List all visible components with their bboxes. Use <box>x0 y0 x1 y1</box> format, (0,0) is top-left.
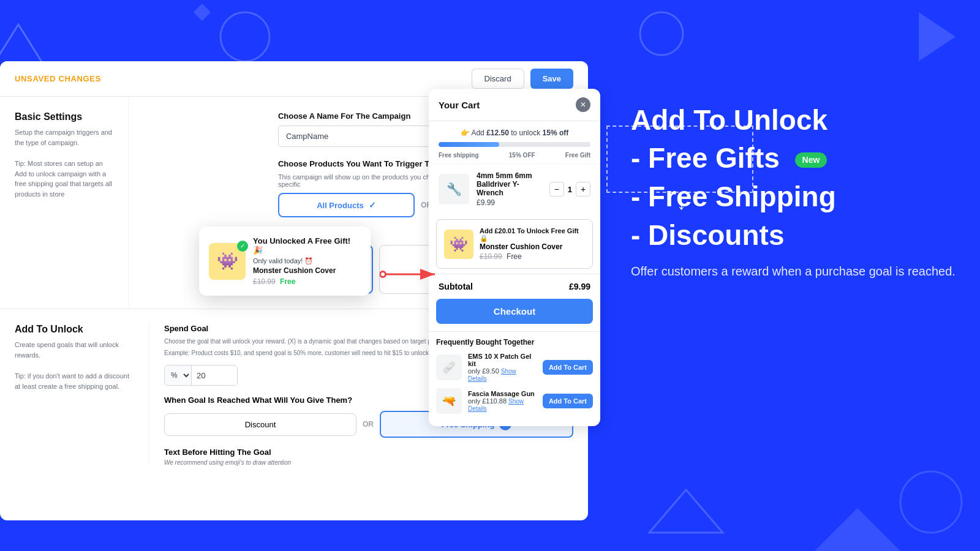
reward-or-divider: OR <box>363 420 374 429</box>
spend-goal-value-input[interactable] <box>192 366 238 385</box>
subtotal-value: £9.99 <box>569 282 590 291</box>
basic-settings-desc: Setup the campaign triggers and the type… <box>15 127 113 148</box>
freq-item-2-info: Fascia Massage Gun only £110.88 Show Det… <box>468 390 537 412</box>
discard-button[interactable]: Discard <box>472 69 524 89</box>
unlock-banner-prices: £10.99 Free <box>480 252 585 261</box>
popup-content: You Unlocked A Free Gift! 🎉 Only valid t… <box>253 236 361 286</box>
progress-labels: Free shipping 15% OFF Free Gift <box>439 152 590 159</box>
popup-free-price: Free <box>280 277 295 286</box>
heading-line4: - Discounts <box>631 219 784 251</box>
cart-progress-percent: 15% off <box>543 129 569 137</box>
text-before-label: Text Before Hitting The Goal <box>164 448 573 457</box>
spend-goal-input-group: % £ <box>164 365 238 386</box>
unlock-banner-text: Add £20.01 To Unlock Free Gift 🔒 <box>480 227 585 242</box>
all-products-label: All Products <box>317 201 364 210</box>
popup-valid: Only valid today! ⏰ <box>253 257 361 265</box>
cart-progress-suffix: to unlock <box>511 129 540 137</box>
qty-value: 1 <box>568 185 572 194</box>
popup-check-overlay: ✓ <box>237 241 248 252</box>
freq-item-1-info: EMS 10 X Patch Gel kit only £9.50 Show D… <box>468 353 537 382</box>
cart-progress-amount: £12.50 <box>486 129 509 137</box>
cart-close-button[interactable]: ✕ <box>576 97 590 112</box>
progress-track <box>439 142 590 147</box>
new-badge: New <box>795 152 827 168</box>
basic-settings-tip: Tip: Most stores can setup an Add to unl… <box>15 159 113 199</box>
text-before-goal-section: Text Before Hitting The Goal We recommen… <box>164 448 573 466</box>
freq-item-1-add-button[interactable]: Add To Cart <box>543 360 593 375</box>
spend-goal-prefix-select[interactable]: % £ <box>165 365 192 385</box>
popup-prices: £10.99 Free <box>253 277 361 286</box>
freq-item-1-img: 🩹 <box>436 354 462 380</box>
popup-title: You Unlocked A Free Gift! 🎉 <box>253 236 361 255</box>
unsaved-changes-label: UNSAVED CHANGES <box>15 74 101 83</box>
frequently-section: Frequently Bought Together 🩹 EMS 10 X Pa… <box>429 331 600 426</box>
cart-title: Your Cart <box>439 100 480 110</box>
freq-item-2-price: only £110.88 Show Details <box>468 397 537 412</box>
unlock-banner-info: Monster Cushion Cover £10.99 Free <box>480 242 585 261</box>
unlock-banner-old-price: £10.99 <box>480 252 502 261</box>
text-before-sublabel: We recommend using emoji's to draw atten… <box>164 459 573 466</box>
freq-item-2-name: Fascia Massage Gun <box>468 390 537 397</box>
popup-gift-img: 👾 ✓ <box>209 243 246 280</box>
cart-item-wrench: 🔧 4mm 5mm 6mm Balldriver Y-Wrench £9.99 … <box>429 163 600 214</box>
freq-item-1-price: only £9.50 Show Details <box>468 367 537 382</box>
freq-item-2: 🔫 Fascia Massage Gun only £110.88 Show D… <box>436 388 593 414</box>
cart-progress-emoji: 👉 <box>461 129 472 137</box>
qty-plus-button[interactable]: + <box>576 182 590 197</box>
dashed-annotation-arrow: ↓ <box>677 193 686 214</box>
cart-item-wrench-img: 🔧 <box>439 174 469 204</box>
unlock-banner-product-name: Monster Cushion Cover <box>480 242 585 251</box>
add-to-unlock-tip: Tip: if you don't want to add a discount… <box>15 371 134 391</box>
red-arrow <box>380 262 441 287</box>
all-products-button[interactable]: All Products ✓ <box>278 193 415 217</box>
unlock-banner: 👾 Add £20.01 To Unlock Free Gift 🔒 Monst… <box>436 219 593 269</box>
frequently-title: Frequently Bought Together <box>436 338 593 347</box>
dashed-annotation-box <box>606 126 753 193</box>
cart-progress-prefix: Add <box>471 129 484 137</box>
cart-progress-text: 👉 Add £12.50 to unlock 15% off <box>439 129 590 137</box>
popup-old-price: £10.99 <box>253 277 276 286</box>
cart-item-wrench-price: £9.99 <box>477 198 542 207</box>
popup-product-name: Monster Cushion Cover <box>253 266 361 275</box>
cart-subtotal: Subtotal £9.99 <box>429 274 600 299</box>
freq-item-1: 🩹 EMS 10 X Patch Gel kit only £9.50 Show… <box>436 353 593 382</box>
checkout-button[interactable]: Checkout <box>436 299 593 324</box>
basic-settings-panel: Basic Settings Setup the campaign trigge… <box>0 97 129 309</box>
milestone-3: Free Gift <box>565 152 590 159</box>
cart-item-wrench-name: 4mm 5mm 6mm Balldriver Y-Wrench <box>477 171 542 197</box>
freq-item-1-name: EMS 10 X Patch Gel kit <box>468 353 537 367</box>
basic-settings-title: Basic Settings <box>15 111 113 122</box>
cart-header: Your Cart ✕ <box>429 89 600 121</box>
freq-item-2-add-button[interactable]: Add To Cart <box>543 394 593 408</box>
header-actions: Discard Save <box>472 69 573 89</box>
subtotal-label: Subtotal <box>439 282 473 291</box>
milestone-2: 15% OFF <box>509 152 535 159</box>
qty-controls: − 1 + <box>549 182 590 197</box>
cart-panel: Your Cart ✕ 👉 Add £12.50 to unlock 15% o… <box>429 89 600 426</box>
all-products-check: ✓ <box>369 200 376 210</box>
add-to-unlock-desc: Create spend goals that will unlock rewa… <box>15 340 134 360</box>
svg-point-11 <box>381 272 385 276</box>
freq-item-1-details[interactable]: Show Details <box>468 368 516 382</box>
cart-progress-container: 👉 Add £12.50 to unlock 15% off Free ship… <box>429 121 600 163</box>
right-panel-desc: Offer customers a reward when a purchase… <box>631 262 956 280</box>
right-panel-line4: - Discounts <box>631 219 956 252</box>
unlock-banner-content: Add £20.01 To Unlock Free Gift 🔒 Monster… <box>480 227 585 261</box>
unlock-banner-free: Free <box>507 252 522 261</box>
qty-minus-button[interactable]: − <box>549 182 564 197</box>
freq-item-2-img: 🔫 <box>436 388 462 414</box>
unlock-banner-gift-img: 👾 <box>444 230 473 259</box>
cart-item-wrench-info: 4mm 5mm 6mm Balldriver Y-Wrench £9.99 <box>477 171 542 207</box>
discount-button[interactable]: Discount <box>164 413 356 436</box>
milestone-1: Free shipping <box>439 152 479 159</box>
save-button[interactable]: Save <box>530 69 573 89</box>
add-to-unlock-panel: Add To Unlock Create spend goals that wi… <box>15 324 149 466</box>
progress-fill <box>439 142 499 147</box>
free-gift-popup: 👾 ✓ You Unlocked A Free Gift! 🎉 Only val… <box>199 227 371 296</box>
add-to-unlock-title: Add To Unlock <box>15 324 134 335</box>
freq-item-2-details[interactable]: Show Details <box>468 398 524 412</box>
